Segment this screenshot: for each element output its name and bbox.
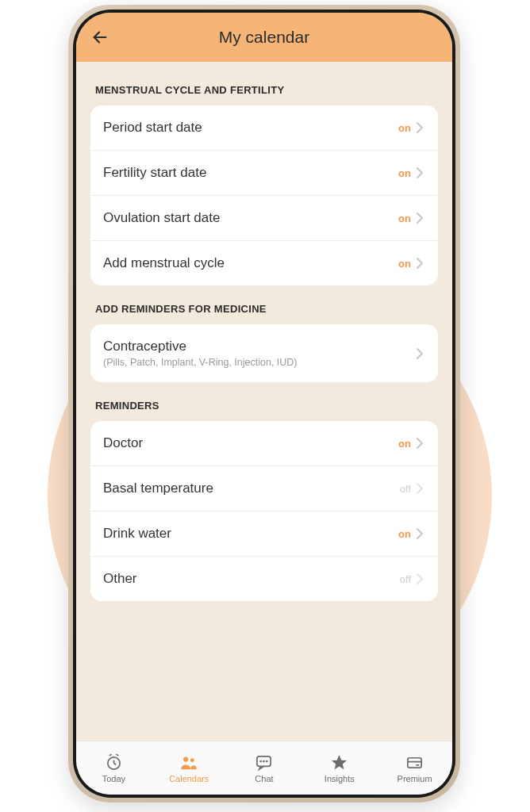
svg-point-11 xyxy=(267,760,267,761)
chevron-right-icon xyxy=(414,573,425,584)
row-label: Add menstrual cycle xyxy=(103,255,398,271)
row-label: Basal temperature xyxy=(103,481,400,496)
card-cycle: Period start date on Fertility start dat… xyxy=(90,105,438,285)
clock-icon xyxy=(104,753,123,772)
chevron-right-icon xyxy=(414,528,425,539)
svg-line-5 xyxy=(116,754,118,756)
header: My calendar xyxy=(76,13,452,62)
row-label: Drink water xyxy=(103,526,398,542)
chat-icon xyxy=(255,753,274,772)
star-icon xyxy=(330,753,349,772)
back-arrow-icon xyxy=(91,29,109,46)
nav-label: Chat xyxy=(255,774,273,783)
nav-label: Today xyxy=(102,774,125,783)
state-badge: on xyxy=(398,122,411,134)
row-period-start[interactable]: Period start date on xyxy=(90,105,438,151)
card-reminders: Doctor on Basal temperature off Drink wa… xyxy=(90,421,438,601)
nav-premium[interactable]: Premium xyxy=(377,741,452,795)
row-label: Doctor xyxy=(103,435,398,451)
chevron-right-icon xyxy=(414,213,425,224)
svg-point-10 xyxy=(263,760,264,761)
svg-point-9 xyxy=(261,760,262,761)
svg-line-4 xyxy=(109,754,112,756)
chevron-right-icon xyxy=(414,122,425,133)
nav-label: Calendars xyxy=(169,774,209,783)
row-label: Contraceptive xyxy=(103,339,414,354)
card-icon xyxy=(405,753,424,772)
row-other[interactable]: Other off xyxy=(90,557,438,601)
nav-chat[interactable]: Chat xyxy=(227,741,302,795)
svg-rect-13 xyxy=(408,757,421,767)
svg-point-6 xyxy=(183,756,188,761)
row-sublabel: (Pills, Patch, Implant, V-Ring, Injectio… xyxy=(103,357,414,368)
row-add-menstrual-cycle[interactable]: Add menstrual cycle on xyxy=(90,241,438,285)
state-badge: off xyxy=(400,573,411,585)
card-medicine: Contraceptive (Pills, Patch, Implant, V-… xyxy=(90,324,438,382)
row-ovulation-start[interactable]: Ovulation start date on xyxy=(90,196,438,241)
chevron-right-icon xyxy=(414,167,425,178)
row-label: Ovulation start date xyxy=(103,210,398,226)
row-fertility-start[interactable]: Fertility start date on xyxy=(90,151,438,196)
phone-frame: My calendar MENSTRUAL CYCLE AND FERTILIT… xyxy=(68,5,460,802)
chevron-right-icon xyxy=(414,258,425,269)
nav-calendars[interactable]: Calendars xyxy=(152,741,227,795)
section-title-medicine: ADD REMINDERS FOR MEDICINE xyxy=(95,303,433,315)
section-title-reminders: REMINDERS xyxy=(95,400,433,412)
section-title-cycle: MENSTRUAL CYCLE AND FERTILITY xyxy=(95,84,433,96)
row-label: Fertility start date xyxy=(103,165,398,181)
svg-marker-12 xyxy=(332,754,347,768)
state-badge: on xyxy=(398,438,411,450)
nav-today[interactable]: Today xyxy=(76,741,152,795)
nav-label: Premium xyxy=(398,774,432,783)
back-button[interactable] xyxy=(89,26,111,48)
people-icon xyxy=(179,753,198,772)
chevron-right-icon xyxy=(414,348,425,359)
svg-point-7 xyxy=(190,758,194,762)
row-contraceptive[interactable]: Contraceptive (Pills, Patch, Implant, V-… xyxy=(90,324,438,382)
bottom-nav: Today Calendars Chat xyxy=(76,741,452,795)
state-badge: on xyxy=(398,167,411,179)
nav-label: Insights xyxy=(325,774,355,783)
chevron-right-icon xyxy=(414,438,425,449)
row-doctor[interactable]: Doctor on xyxy=(90,421,438,466)
row-drink-water[interactable]: Drink water on xyxy=(90,511,438,557)
state-badge: on xyxy=(398,213,411,224)
row-label: Period start date xyxy=(103,120,398,136)
svg-line-3 xyxy=(113,763,116,764)
state-badge: on xyxy=(398,528,411,540)
page-title: My calendar xyxy=(76,28,452,47)
content-scroll[interactable]: MENSTRUAL CYCLE AND FERTILITY Period sta… xyxy=(76,62,452,741)
screen: My calendar MENSTRUAL CYCLE AND FERTILIT… xyxy=(76,13,452,795)
row-basal-temperature[interactable]: Basal temperature off xyxy=(90,466,438,511)
nav-insights[interactable]: Insights xyxy=(301,741,377,795)
state-badge: off xyxy=(400,483,411,495)
chevron-right-icon xyxy=(414,483,425,494)
row-label: Other xyxy=(103,571,400,587)
state-badge: on xyxy=(398,258,411,270)
